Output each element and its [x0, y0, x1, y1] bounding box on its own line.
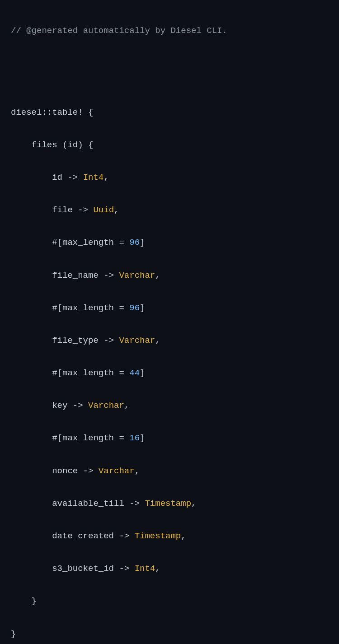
comma: ,	[135, 466, 140, 476]
field-line: date_created -> Timestamp,	[11, 528, 328, 544]
arrow: ->	[114, 564, 135, 574]
attr-prefix: #[max_length =	[52, 433, 129, 443]
field-type: Timestamp	[135, 531, 181, 541]
field-type: Int4	[83, 173, 104, 182]
field-type: Uuid	[93, 205, 114, 215]
arrow: ->	[114, 531, 135, 541]
table-name: files (id) {	[32, 140, 94, 150]
field-type: Varchar	[99, 466, 135, 476]
arrow: ->	[73, 205, 94, 215]
arrow: ->	[99, 271, 119, 280]
attr-prefix: #[max_length =	[52, 368, 129, 378]
comma: ,	[155, 336, 160, 345]
attr-value: 44	[129, 368, 140, 378]
attr-suffix: ]	[140, 238, 145, 247]
field-type: Timestamp	[145, 499, 191, 509]
arrow: ->	[124, 499, 145, 509]
comma: ,	[181, 531, 186, 541]
comma: ,	[124, 401, 129, 411]
code-block: // @generated automatically by Diesel CL…	[0, 0, 339, 644]
brace: }	[32, 596, 37, 606]
attr-suffix: ]	[140, 303, 145, 313]
comment-line: // @generated automatically by Diesel CL…	[11, 23, 328, 39]
arrow: ->	[99, 336, 119, 345]
field-line: key -> Varchar,	[11, 397, 328, 414]
macro-name: diesel::table!	[11, 107, 83, 117]
arrow: ->	[78, 466, 99, 476]
comma: ,	[104, 173, 108, 182]
attr-prefix: #[max_length =	[52, 303, 129, 313]
attr-value: 96	[129, 303, 140, 313]
comment-text: // @generated automatically by Diesel CL…	[11, 26, 227, 36]
field-type: Varchar	[119, 336, 155, 345]
field-line: s3_bucket_id -> Int4,	[11, 560, 328, 577]
attr-prefix: #[max_length =	[52, 238, 129, 247]
attr-line: #[max_length = 44]	[11, 365, 328, 381]
field-name: file_type	[52, 336, 99, 345]
arrow: ->	[67, 401, 88, 411]
field-type: Varchar	[88, 401, 124, 411]
field-line: file -> Uuid,	[11, 202, 328, 218]
field-name: file	[52, 205, 73, 215]
field-name: id	[52, 173, 62, 182]
close-brace: }	[11, 626, 328, 642]
field-type: Int4	[135, 564, 155, 574]
table-header: files (id) {	[11, 137, 328, 153]
attr-line: #[max_length = 16]	[11, 430, 328, 446]
field-name: s3_bucket_id	[52, 564, 114, 574]
comma: ,	[155, 564, 160, 574]
field-line: id -> Int4,	[11, 169, 328, 186]
table-decl: diesel::table! {	[11, 104, 328, 121]
field-name: available_till	[52, 499, 124, 509]
field-name: key	[52, 401, 67, 411]
attr-suffix: ]	[140, 368, 145, 378]
field-line: nonce -> Varchar,	[11, 463, 328, 479]
attr-suffix: ]	[140, 433, 145, 443]
field-line: available_till -> Timestamp,	[11, 495, 328, 512]
brace: }	[11, 629, 16, 639]
comma: ,	[155, 271, 160, 280]
brace: {	[83, 107, 94, 117]
comma: ,	[191, 499, 196, 509]
arrow: ->	[62, 173, 83, 182]
field-name: date_created	[52, 531, 114, 541]
field-name: nonce	[52, 466, 78, 476]
field-line: file_name -> Varchar,	[11, 267, 328, 284]
attr-value: 96	[129, 238, 140, 247]
attr-line: #[max_length = 96]	[11, 300, 328, 316]
field-name: file_name	[52, 271, 99, 280]
blank-line	[11, 55, 328, 71]
attr-value: 16	[129, 433, 140, 443]
attr-line: #[max_length = 96]	[11, 234, 328, 251]
field-type: Varchar	[119, 271, 155, 280]
field-line: file_type -> Varchar,	[11, 332, 328, 349]
close-brace: }	[11, 593, 328, 609]
comma: ,	[114, 205, 119, 215]
